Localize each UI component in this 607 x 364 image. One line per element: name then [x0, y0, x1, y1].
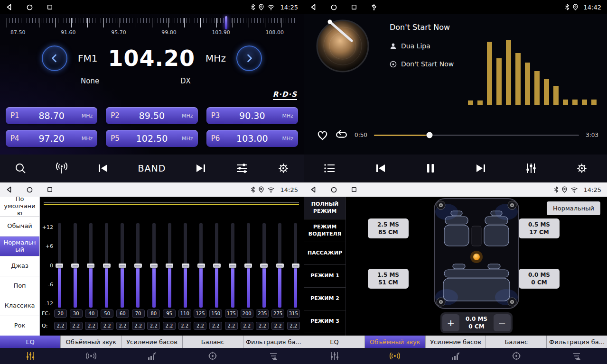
home-icon[interactable] — [331, 4, 337, 10]
tab-balance[interactable]: Баланс — [183, 336, 243, 348]
slider-handle[interactable] — [166, 264, 173, 268]
eq-band-slider[interactable] — [55, 223, 64, 308]
decrease-delay-button[interactable]: − — [494, 314, 511, 331]
tune-up-button[interactable] — [236, 46, 262, 71]
eq-band-slider[interactable] — [213, 223, 221, 308]
slider-handle[interactable] — [119, 264, 126, 268]
eq-band-slider[interactable] — [260, 223, 268, 308]
recents-icon[interactable] — [47, 4, 53, 10]
next-track-button[interactable] — [475, 162, 487, 174]
tab-filter[interactable]: Фильтрация ба... — [547, 336, 607, 348]
eq-preset-item[interactable]: По умолчанию — [0, 197, 39, 217]
mode-item[interactable]: ПОЛНЫЙ РЕЖИМ — [304, 197, 346, 219]
progress-bar[interactable] — [374, 135, 579, 136]
back-icon[interactable] — [310, 4, 317, 10]
mode-item[interactable]: РЕЖИМ ВОДИТЕЛЯ — [304, 219, 346, 242]
tab-bass-boost[interactable]: Усиление басов — [121, 336, 182, 348]
tab-bass-boost-icon[interactable] — [425, 351, 486, 361]
tab-surround-sound[interactable]: Объёмный звук — [61, 336, 121, 348]
rear-left-delay-button[interactable]: 1.5 MS 51 CM — [368, 269, 409, 289]
eq-band-slider[interactable] — [181, 223, 190, 308]
eq-band-slider[interactable] — [103, 223, 111, 308]
back-icon[interactable] — [310, 186, 317, 193]
eq-band-slider[interactable] — [71, 223, 79, 308]
eq-preset-item[interactable]: Джаз — [0, 256, 39, 276]
slider-handle[interactable] — [213, 264, 221, 268]
repeat-button[interactable] — [335, 130, 348, 141]
slider-handle[interactable] — [244, 264, 252, 268]
slider-handle[interactable] — [71, 264, 79, 268]
preset-button[interactable]: P5102.50MHz — [106, 130, 197, 147]
slider-handle[interactable] — [87, 264, 94, 268]
progress-knob[interactable] — [426, 132, 432, 138]
home-icon[interactable] — [27, 187, 33, 193]
tab-eq[interactable]: EQ — [304, 336, 365, 348]
scan-button[interactable] — [14, 162, 27, 174]
eq-band-slider[interactable] — [197, 223, 205, 308]
tab-surround-sound-icon[interactable] — [365, 351, 426, 361]
slider-handle[interactable] — [260, 264, 268, 268]
favorite-button[interactable] — [317, 130, 328, 141]
playlist-button[interactable] — [323, 162, 336, 174]
tab-filter-icon[interactable] — [243, 351, 304, 361]
seek-down-button[interactable] — [97, 162, 109, 174]
front-right-delay-button[interactable]: 0.5 MS 17 CM — [519, 218, 560, 238]
dial-pointer[interactable] — [225, 16, 227, 29]
eq-preset-item[interactable]: Нормальный — [0, 237, 39, 256]
eq-band-slider[interactable] — [118, 223, 127, 308]
slider-handle[interactable] — [182, 264, 189, 268]
tab-eq-icon[interactable] — [304, 351, 365, 361]
mode-item[interactable]: РЕЖИМ 2 — [304, 288, 346, 310]
tab-surround-sound[interactable]: Объёмный звук — [365, 336, 426, 348]
tab-bass-boost-icon[interactable] — [121, 351, 182, 361]
mode-item[interactable]: РЕЖИМ 3 — [304, 310, 346, 333]
slider-handle[interactable] — [56, 264, 63, 268]
preset-button[interactable]: P6103.00MHz — [206, 130, 298, 147]
eq-band-slider[interactable] — [134, 223, 142, 308]
tab-balance[interactable]: Баланс — [486, 336, 547, 348]
eq-preset-item[interactable]: Рок — [0, 316, 39, 336]
frequency-dial[interactable]: 87.5091.6095.7099.80103.90108.00 — [0, 14, 304, 42]
settings-button[interactable] — [576, 162, 588, 174]
band-button[interactable]: BAND — [138, 163, 166, 173]
seek-up-button[interactable] — [195, 162, 207, 174]
pause-button[interactable] — [425, 162, 436, 174]
tab-eq-icon[interactable] — [0, 351, 61, 361]
increase-delay-button[interactable]: + — [442, 314, 459, 331]
slider-handle[interactable] — [150, 264, 158, 268]
equalizer-button[interactable] — [525, 162, 537, 174]
eq-band-slider[interactable] — [86, 223, 95, 308]
slider-handle[interactable] — [197, 264, 205, 268]
home-icon[interactable] — [331, 187, 337, 193]
eq-band-slider[interactable] — [228, 223, 237, 308]
slider-handle[interactable] — [276, 264, 284, 268]
tab-balance-icon[interactable] — [486, 351, 547, 361]
front-left-delay-button[interactable]: 2.5 MS 85 CM — [368, 218, 409, 238]
mode-item[interactable]: РЕЖИМ 1 — [304, 265, 346, 288]
broadcast-button[interactable] — [55, 162, 68, 174]
eq-band-slider[interactable] — [291, 223, 300, 308]
tune-down-button[interactable] — [42, 46, 67, 71]
mode-item[interactable]: ПАССАЖИР — [304, 242, 346, 265]
settings-button[interactable] — [277, 162, 289, 174]
tab-eq[interactable]: EQ — [0, 336, 61, 348]
preset-button[interactable]: P497.20MHz — [6, 130, 97, 147]
preset-button[interactable]: P188.70MHz — [6, 107, 97, 124]
tab-bass-boost[interactable]: Усиление басов — [426, 336, 486, 348]
sound-preset-button[interactable]: Нормальный — [547, 201, 600, 215]
recents-icon[interactable] — [351, 187, 357, 192]
slider-handle[interactable] — [134, 264, 142, 268]
eq-preset-item[interactable]: Обычай — [0, 217, 39, 237]
eq-band-slider[interactable] — [244, 223, 252, 308]
slider-handle[interactable] — [292, 264, 299, 268]
recents-icon[interactable] — [47, 187, 53, 192]
rear-right-delay-button[interactable]: 0.0 MS 0 CM — [519, 269, 560, 289]
slider-handle[interactable] — [103, 264, 111, 268]
slider-handle[interactable] — [229, 264, 236, 268]
tab-balance-icon[interactable] — [182, 351, 243, 361]
home-icon[interactable] — [27, 4, 33, 10]
preset-button[interactable]: P289.50MHz — [106, 107, 197, 124]
eq-band-slider[interactable] — [276, 223, 284, 308]
eq-band-slider[interactable] — [165, 223, 174, 308]
equalizer-button[interactable] — [235, 162, 249, 174]
